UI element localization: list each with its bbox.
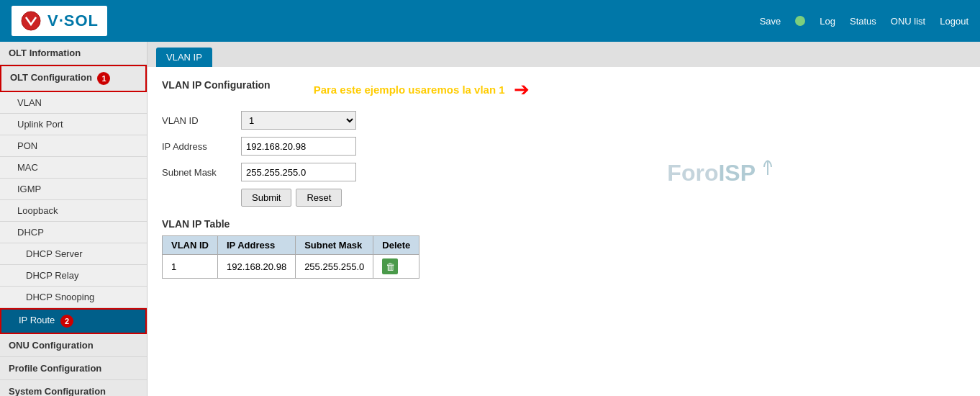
sidebar-item-vlan[interactable]: VLAN	[0, 92, 147, 114]
vlan-ip-table: VLAN ID IP Address Subnet Mask Delete 1 …	[162, 235, 419, 279]
ip-address-label: IP Address	[162, 141, 241, 152]
ip-address-row: IP Address	[162, 137, 966, 156]
nav-onu-list-link[interactable]: ONU list	[891, 16, 925, 27]
row-delete-cell: 🗑	[373, 255, 419, 279]
table-title: VLAN IP Table	[162, 218, 966, 230]
sidebar-item-pon[interactable]: PON	[0, 135, 147, 157]
sidebar-item-profile-configuration[interactable]: Profile Configuration	[0, 357, 147, 380]
sidebar-item-dhcp[interactable]: DHCP	[0, 222, 147, 243]
col-vlan-id: VLAN ID	[163, 236, 218, 255]
table-row: 1 192.168.20.98 255.255.255.0 🗑	[163, 255, 419, 279]
vlan-id-label: VLAN ID	[162, 115, 241, 126]
logo-text: V·SOL	[47, 12, 99, 30]
title-row: VLAN IP Configuration Para este ejemplo …	[162, 78, 966, 101]
row-ip-address: 192.168.20.98	[218, 255, 296, 279]
sidebar-item-olt-configuration[interactable]: OLT Configuration 1	[0, 65, 147, 92]
logo-area: V·SOL	[12, 6, 107, 36]
sidebar: OLT Information OLT Configuration 1 VLAN…	[0, 42, 148, 396]
col-delete: Delete	[373, 236, 419, 255]
form-buttons-row: Submit Reset	[162, 189, 966, 207]
sidebar-item-onu-configuration[interactable]: ONU Configuration	[0, 334, 147, 357]
subnet-mask-label: Subnet Mask	[162, 167, 241, 178]
save-button[interactable]: Save	[760, 16, 781, 27]
sidebar-item-dhcp-server[interactable]: DHCP Server	[0, 243, 147, 265]
tab-bar: VLAN IP	[148, 42, 980, 67]
vsol-logo-icon	[20, 10, 42, 32]
annotation-text: Para este ejemplo usaremos la vlan 1	[314, 84, 505, 96]
row-subnet-mask: 255.255.255.0	[296, 255, 373, 279]
nav-status-link[interactable]: Status	[850, 16, 876, 27]
submit-button[interactable]: Submit	[241, 189, 291, 207]
main-content: VLAN IP VLAN IP Configuration Para este …	[148, 42, 980, 396]
ip-address-input[interactable]	[241, 137, 356, 156]
nav-log-link[interactable]: Log	[820, 16, 835, 27]
tab-vlan-ip[interactable]: VLAN IP	[156, 48, 212, 67]
vlan-id-row: VLAN ID 1	[162, 111, 966, 130]
status-indicator	[795, 16, 805, 26]
header-right: Save Log Status ONU list Logout	[760, 16, 968, 27]
sidebar-item-dhcp-snooping[interactable]: DHCP Snooping	[0, 287, 147, 308]
header: V·SOL Save Log Status ONU list Logout	[0, 0, 980, 42]
nav-logout-link[interactable]: Logout	[940, 16, 968, 27]
sidebar-item-loopback[interactable]: Loopback	[0, 200, 147, 222]
sidebar-item-igmp[interactable]: IGMP	[0, 179, 147, 200]
layout: OLT Information OLT Configuration 1 VLAN…	[0, 42, 980, 396]
sidebar-item-system-configuration[interactable]: System Configuration	[0, 380, 147, 396]
red-arrow-icon: ➔	[514, 78, 530, 101]
reset-button[interactable]: Reset	[296, 189, 342, 207]
sidebar-item-mac[interactable]: MAC	[0, 157, 147, 179]
sidebar-item-dhcp-relay[interactable]: DHCP Relay	[0, 265, 147, 287]
section-title: VLAN IP Configuration	[162, 79, 271, 91]
vlan-id-select[interactable]: 1	[241, 111, 356, 130]
sidebar-item-ip-route[interactable]: IP Route 2	[0, 308, 147, 334]
sidebar-item-olt-information[interactable]: OLT Information	[0, 42, 147, 65]
badge-2: 2	[60, 315, 73, 328]
svg-point-0	[22, 12, 40, 30]
row-vlan-id: 1	[163, 255, 218, 279]
delete-button[interactable]: 🗑	[382, 258, 398, 274]
subnet-mask-row: Subnet Mask	[162, 163, 966, 181]
subnet-mask-input[interactable]	[241, 163, 356, 181]
vlan-ip-table-section: VLAN IP Table VLAN ID IP Address Subnet …	[162, 218, 966, 279]
col-ip-address: IP Address	[218, 236, 296, 255]
content-area: VLAN IP Configuration Para este ejemplo …	[148, 67, 980, 290]
badge-1: 1	[97, 72, 110, 85]
col-subnet-mask: Subnet Mask	[296, 236, 373, 255]
sidebar-item-uplink-port[interactable]: Uplink Port	[0, 114, 147, 135]
